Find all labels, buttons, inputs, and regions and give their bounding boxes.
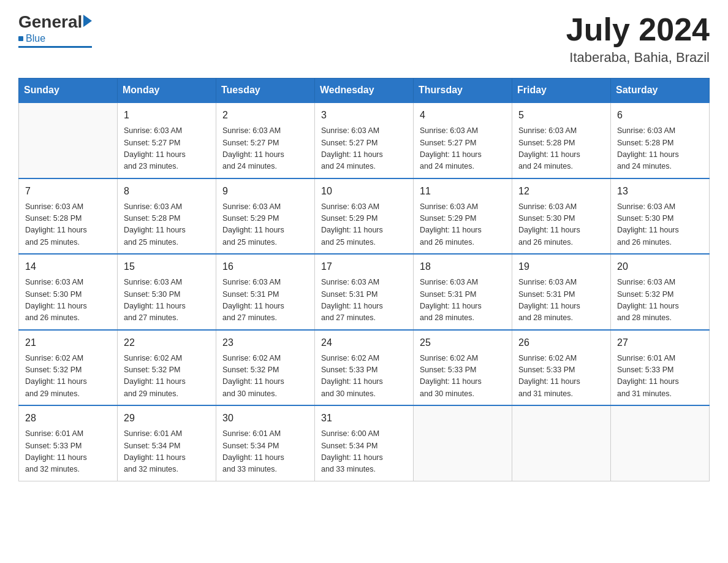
day-info: Sunrise: 6:03 AM Sunset: 5:28 PM Dayligh… [617,125,703,173]
day-number: 24 [321,335,407,350]
calendar-day-cell: 29Sunrise: 6:01 AM Sunset: 5:34 PM Dayli… [118,405,216,481]
day-number: 17 [321,259,407,274]
day-number: 26 [518,335,604,350]
calendar-day-cell [414,405,512,481]
page-header: General Blue July 2024 Itaberaba, Bahia,… [18,12,710,66]
day-number: 25 [420,335,506,350]
calendar-day-cell: 2Sunrise: 6:03 AM Sunset: 5:27 PM Daylig… [216,102,315,178]
calendar-header-saturday: Saturday [611,79,710,103]
location-title: Itaberaba, Bahia, Brazil [566,50,710,66]
day-number: 10 [321,184,407,199]
day-number: 9 [222,184,308,199]
calendar-day-cell: 17Sunrise: 6:03 AM Sunset: 5:31 PM Dayli… [315,254,414,330]
logo-triangle-icon [83,15,92,27]
day-number: 15 [124,259,210,274]
calendar-week-row: 28Sunrise: 6:01 AM Sunset: 5:33 PM Dayli… [19,405,710,481]
calendar-header-sunday: Sunday [19,79,118,103]
day-info: Sunrise: 6:03 AM Sunset: 5:29 PM Dayligh… [321,201,407,249]
day-number: 20 [617,259,703,274]
calendar-day-cell [19,102,118,178]
calendar-week-row: 7Sunrise: 6:03 AM Sunset: 5:28 PM Daylig… [19,178,710,255]
day-info: Sunrise: 6:03 AM Sunset: 5:30 PM Dayligh… [518,201,604,249]
calendar-day-cell: 7Sunrise: 6:03 AM Sunset: 5:28 PM Daylig… [19,178,118,255]
calendar-day-cell [512,405,611,481]
day-info: Sunrise: 6:03 AM Sunset: 5:32 PM Dayligh… [617,277,703,324]
day-number: 14 [25,259,111,274]
day-number: 31 [321,411,407,426]
day-info: Sunrise: 6:03 AM Sunset: 5:27 PM Dayligh… [222,125,308,173]
day-info: Sunrise: 6:02 AM Sunset: 5:32 PM Dayligh… [25,353,111,400]
calendar-day-cell: 30Sunrise: 6:01 AM Sunset: 5:34 PM Dayli… [216,405,315,481]
day-info: Sunrise: 6:03 AM Sunset: 5:28 PM Dayligh… [25,201,111,249]
calendar-day-cell: 18Sunrise: 6:03 AM Sunset: 5:31 PM Dayli… [414,254,512,330]
calendar-day-cell: 5Sunrise: 6:03 AM Sunset: 5:28 PM Daylig… [512,102,611,178]
calendar-week-row: 21Sunrise: 6:02 AM Sunset: 5:32 PM Dayli… [19,330,710,406]
day-number: 11 [420,184,506,199]
day-info: Sunrise: 6:03 AM Sunset: 5:30 PM Dayligh… [617,201,703,249]
day-number: 6 [617,108,703,123]
day-number: 5 [518,108,604,123]
day-info: Sunrise: 6:03 AM Sunset: 5:31 PM Dayligh… [518,277,604,324]
day-info: Sunrise: 6:03 AM Sunset: 5:27 PM Dayligh… [124,125,210,173]
day-number: 19 [518,259,604,274]
calendar-day-cell [611,405,710,481]
calendar-day-cell: 24Sunrise: 6:02 AM Sunset: 5:33 PM Dayli… [315,330,414,406]
calendar-table: SundayMondayTuesdayWednesdayThursdayFrid… [18,78,710,481]
calendar-day-cell: 31Sunrise: 6:00 AM Sunset: 5:34 PM Dayli… [315,405,414,481]
logo-blue-text: Blue [26,33,45,44]
day-info: Sunrise: 6:01 AM Sunset: 5:34 PM Dayligh… [124,428,210,476]
calendar-day-cell: 19Sunrise: 6:03 AM Sunset: 5:31 PM Dayli… [512,254,611,330]
calendar-day-cell: 28Sunrise: 6:01 AM Sunset: 5:33 PM Dayli… [19,405,118,481]
calendar-day-cell: 3Sunrise: 6:03 AM Sunset: 5:27 PM Daylig… [315,102,414,178]
day-info: Sunrise: 6:03 AM Sunset: 5:29 PM Dayligh… [420,201,506,249]
calendar-header-tuesday: Tuesday [216,79,315,103]
calendar-day-cell: 14Sunrise: 6:03 AM Sunset: 5:30 PM Dayli… [19,254,118,330]
day-info: Sunrise: 6:02 AM Sunset: 5:33 PM Dayligh… [518,353,604,400]
calendar-week-row: 14Sunrise: 6:03 AM Sunset: 5:30 PM Dayli… [19,254,710,330]
calendar-day-cell: 27Sunrise: 6:01 AM Sunset: 5:33 PM Dayli… [611,330,710,406]
calendar-day-cell: 12Sunrise: 6:03 AM Sunset: 5:30 PM Dayli… [512,178,611,255]
day-number: 12 [518,184,604,199]
day-number: 4 [420,108,506,123]
day-number: 13 [617,184,703,199]
day-number: 3 [321,108,407,123]
calendar-day-cell: 26Sunrise: 6:02 AM Sunset: 5:33 PM Dayli… [512,330,611,406]
calendar-day-cell: 13Sunrise: 6:03 AM Sunset: 5:30 PM Dayli… [611,178,710,255]
calendar-day-cell: 25Sunrise: 6:02 AM Sunset: 5:33 PM Dayli… [414,330,512,406]
day-info: Sunrise: 6:01 AM Sunset: 5:34 PM Dayligh… [222,428,308,476]
calendar-header-row: SundayMondayTuesdayWednesdayThursdayFrid… [19,79,710,103]
day-number: 22 [124,335,210,350]
day-info: Sunrise: 6:03 AM Sunset: 5:31 PM Dayligh… [420,277,506,324]
day-number: 18 [420,259,506,274]
day-info: Sunrise: 6:02 AM Sunset: 5:32 PM Dayligh… [124,353,210,400]
day-number: 30 [222,411,308,426]
day-info: Sunrise: 6:01 AM Sunset: 5:33 PM Dayligh… [25,428,111,476]
calendar-header-wednesday: Wednesday [315,79,414,103]
calendar-day-cell: 4Sunrise: 6:03 AM Sunset: 5:27 PM Daylig… [414,102,512,178]
day-info: Sunrise: 6:03 AM Sunset: 5:27 PM Dayligh… [420,125,506,173]
day-info: Sunrise: 6:02 AM Sunset: 5:33 PM Dayligh… [321,353,407,400]
day-info: Sunrise: 6:03 AM Sunset: 5:27 PM Dayligh… [321,125,407,173]
calendar-day-cell: 16Sunrise: 6:03 AM Sunset: 5:31 PM Dayli… [216,254,315,330]
calendar-day-cell: 20Sunrise: 6:03 AM Sunset: 5:32 PM Dayli… [611,254,710,330]
day-number: 29 [124,411,210,426]
day-number: 28 [25,411,111,426]
day-info: Sunrise: 6:03 AM Sunset: 5:30 PM Dayligh… [124,277,210,324]
title-section: July 2024 Itaberaba, Bahia, Brazil [566,12,710,66]
day-number: 27 [617,335,703,350]
calendar-week-row: 1Sunrise: 6:03 AM Sunset: 5:27 PM Daylig… [19,102,710,178]
calendar-day-cell: 11Sunrise: 6:03 AM Sunset: 5:29 PM Dayli… [414,178,512,255]
calendar-day-cell: 8Sunrise: 6:03 AM Sunset: 5:28 PM Daylig… [118,178,216,255]
day-info: Sunrise: 6:02 AM Sunset: 5:33 PM Dayligh… [420,353,506,400]
day-info: Sunrise: 6:03 AM Sunset: 5:31 PM Dayligh… [321,277,407,324]
day-info: Sunrise: 6:02 AM Sunset: 5:32 PM Dayligh… [222,353,308,400]
calendar-header-thursday: Thursday [414,79,512,103]
calendar-day-cell: 23Sunrise: 6:02 AM Sunset: 5:32 PM Dayli… [216,330,315,406]
day-number: 2 [222,108,308,123]
calendar-header-monday: Monday [118,79,216,103]
calendar-day-cell: 10Sunrise: 6:03 AM Sunset: 5:29 PM Dayli… [315,178,414,255]
calendar-day-cell: 15Sunrise: 6:03 AM Sunset: 5:30 PM Dayli… [118,254,216,330]
day-info: Sunrise: 6:03 AM Sunset: 5:31 PM Dayligh… [222,277,308,324]
logo-underline [18,46,92,48]
calendar-body: 1Sunrise: 6:03 AM Sunset: 5:27 PM Daylig… [19,102,710,481]
